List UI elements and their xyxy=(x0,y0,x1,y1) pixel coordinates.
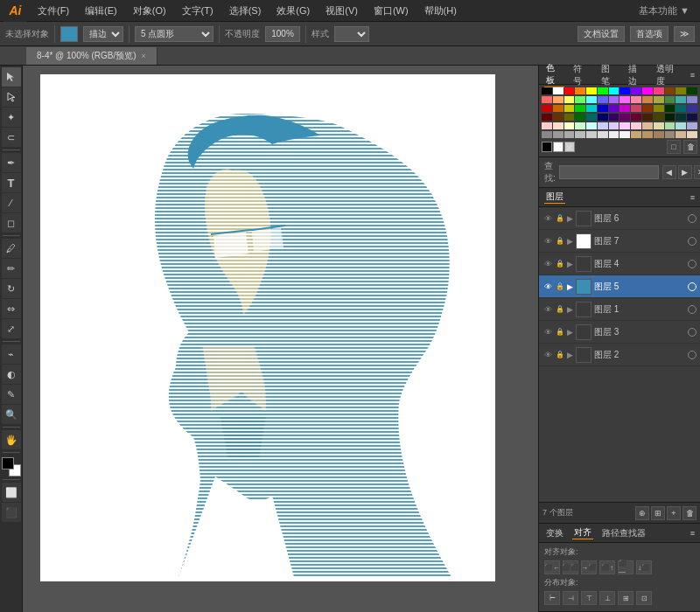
find-layer-btn[interactable]: ⊕ xyxy=(635,506,649,520)
swatch-3-7[interactable] xyxy=(620,114,630,121)
dist-vcenter-btn[interactable]: ⊞ xyxy=(618,591,634,605)
swatch-3-0[interactable] xyxy=(542,114,552,121)
swatch-0-9[interactable] xyxy=(642,87,653,94)
swatch-2-11[interactable] xyxy=(665,105,676,112)
swatch-4-12[interactable] xyxy=(676,122,686,129)
swatch-5-1[interactable] xyxy=(553,131,564,138)
find-input[interactable] xyxy=(559,165,659,179)
rotate-tool[interactable]: ↻ xyxy=(2,279,21,298)
swatch-5-6[interactable] xyxy=(609,131,620,138)
transparency-tab[interactable]: 透明度 xyxy=(654,63,683,87)
layer-expand-1[interactable]: ▶ xyxy=(567,237,573,246)
style-select[interactable] xyxy=(334,26,369,42)
menu-view[interactable]: 视图(V) xyxy=(318,3,365,19)
mirror-tool[interactable]: ⇔ xyxy=(2,299,21,318)
swatch-2-10[interactable] xyxy=(654,105,664,112)
swatch-1-1[interactable] xyxy=(553,96,564,103)
swatch-2-12[interactable] xyxy=(676,105,686,112)
swatch-1-13[interactable] xyxy=(687,96,697,103)
swatch-5-10[interactable] xyxy=(654,131,664,138)
opacity-input[interactable] xyxy=(265,26,300,42)
symbols-tab[interactable]: 符号 xyxy=(571,63,592,87)
swatch-0-4[interactable] xyxy=(586,87,597,94)
swatch-1-9[interactable] xyxy=(642,96,653,103)
magic-wand-tool[interactable]: ✦ xyxy=(2,108,21,127)
paintbrush-tool[interactable]: 🖊 xyxy=(2,239,21,258)
swatch-0-1[interactable] xyxy=(553,87,564,94)
layer-expand-6[interactable]: ▶ xyxy=(567,351,573,359)
canvas-area[interactable] xyxy=(23,66,538,612)
swatch-3-1[interactable] xyxy=(553,114,564,121)
swatch-0-12[interactable] xyxy=(676,87,686,94)
swatch-5-5[interactable] xyxy=(598,131,608,138)
pen-tool[interactable]: ✒ xyxy=(2,153,21,172)
layer-row[interactable]: 👁 🔒 ▶ 图层 1 xyxy=(539,298,700,321)
layer-lock-4[interactable]: 🔒 xyxy=(556,305,564,313)
layer-lock-2[interactable]: 🔒 xyxy=(556,260,564,268)
shape-tool[interactable]: ◻ xyxy=(2,213,21,233)
align-vcenter-btn[interactable]: ⬛— xyxy=(618,560,634,574)
align-hcenter-btn[interactable]: ⬛⬛ xyxy=(563,560,578,574)
layer-circle-1[interactable] xyxy=(688,237,696,246)
transform-tab[interactable]: 变换 xyxy=(544,527,565,539)
swatch-3-13[interactable] xyxy=(687,114,697,121)
swatch-0-8[interactable] xyxy=(631,87,641,94)
swatch-2-0[interactable] xyxy=(542,105,552,112)
swatch-2-6[interactable] xyxy=(609,105,620,112)
layer-row[interactable]: 👁 🔒 ▶ 图层 4 xyxy=(539,253,700,275)
swatch-2-5[interactable] xyxy=(598,105,608,112)
document-tab[interactable]: 8-4* @ 100% (RGB/预览) × xyxy=(26,47,158,65)
swatch-1-8[interactable] xyxy=(631,96,641,103)
layer-row[interactable]: 👁 🔒 ▶ 图层 2 xyxy=(539,344,700,366)
menu-edit[interactable]: 编辑(E) xyxy=(78,3,124,19)
brush-select[interactable]: 5 点圆形 xyxy=(135,26,214,42)
del-swatch-btn[interactable]: 🗑 xyxy=(683,140,697,154)
swatch-5-12[interactable] xyxy=(676,131,686,138)
swatch-4-8[interactable] xyxy=(631,122,641,129)
layers-tab[interactable]: 图层 xyxy=(544,191,565,204)
layer-lock-5[interactable]: 🔒 xyxy=(556,328,564,336)
align-bottom-btn[interactable]: ↓⬛ xyxy=(636,560,652,574)
layer-row[interactable]: 👁 🔒 ▶ 图层 3 xyxy=(539,321,700,344)
tab-close[interactable]: × xyxy=(142,52,146,60)
swatch-5-9[interactable] xyxy=(642,131,653,138)
swatch-1-7[interactable] xyxy=(620,96,630,103)
preferences-btn[interactable]: 首选项 xyxy=(630,26,668,42)
swatch-1-12[interactable] xyxy=(676,96,686,103)
type-tool[interactable]: T xyxy=(2,173,21,192)
swatch-4-1[interactable] xyxy=(553,122,564,129)
layer-circle-3[interactable] xyxy=(688,282,696,291)
layer-visibility-3[interactable]: 👁 xyxy=(542,282,553,291)
swatch-2-13[interactable] xyxy=(687,105,697,112)
color-boxes[interactable] xyxy=(2,457,21,476)
swatch-3-9[interactable] xyxy=(642,114,653,121)
swatch-2-8[interactable] xyxy=(631,105,641,112)
layer-visibility-2[interactable]: 👁 xyxy=(542,260,553,268)
swatch-0-6[interactable] xyxy=(609,87,620,94)
swatch-0-2[interactable] xyxy=(564,87,575,94)
dist-hcenter-btn[interactable]: ⊣ xyxy=(563,591,578,605)
layer-expand-4[interactable]: ▶ xyxy=(567,305,573,314)
dist-top-btn[interactable]: ⊥ xyxy=(599,591,615,605)
swatches-tab[interactable]: 色板 xyxy=(544,62,564,87)
layer-circle-4[interactable] xyxy=(688,305,696,314)
hand-tool[interactable]: 🖐 xyxy=(2,430,21,449)
layer-visibility-4[interactable]: 👁 xyxy=(542,305,553,314)
swatch-5-3[interactable] xyxy=(575,131,585,138)
stroke-color-swatch[interactable] xyxy=(60,26,78,42)
layer-circle-5[interactable] xyxy=(688,328,696,337)
swatches-panel-collapse[interactable]: ≡ xyxy=(690,71,695,80)
menu-help[interactable]: 帮助(H) xyxy=(417,3,464,19)
swatch-3-6[interactable] xyxy=(609,114,620,121)
swatch-3-5[interactable] xyxy=(598,114,608,121)
swatch-5-7[interactable] xyxy=(620,131,630,138)
align-right-btn[interactable]: →⬛ xyxy=(581,560,597,574)
swatch-3-12[interactable] xyxy=(676,114,686,121)
workspace-label[interactable]: 基本功能 ▼ xyxy=(639,4,696,17)
screen-mode[interactable]: ⬜ xyxy=(2,483,21,502)
swatch-3-2[interactable] xyxy=(564,114,575,121)
swatch-1-11[interactable] xyxy=(665,96,676,103)
swatch-4-10[interactable] xyxy=(654,122,664,129)
bg-swatch[interactable] xyxy=(553,142,564,152)
gradient-tool[interactable]: ◐ xyxy=(2,365,21,384)
